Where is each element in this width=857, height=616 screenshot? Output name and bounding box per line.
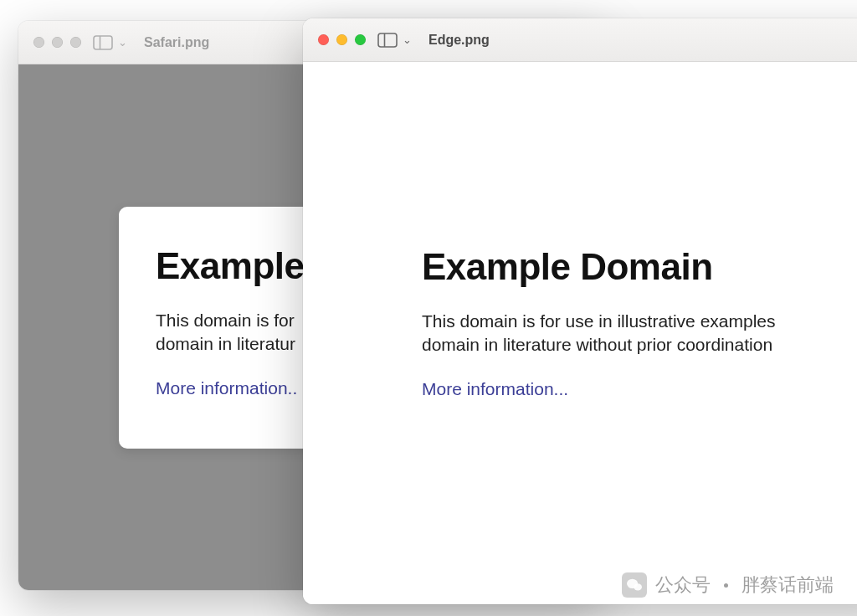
page-heading: Example Domain — [422, 246, 857, 288]
sidebar-icon — [93, 35, 113, 50]
zoom-button[interactable] — [70, 37, 81, 48]
sidebar-toggle[interactable]: ⌄ — [93, 35, 127, 50]
sidebar-icon — [377, 33, 398, 48]
close-button[interactable] — [318, 34, 329, 45]
titlebar[interactable]: ⌄ Edge.png — [303, 18, 857, 62]
traffic-lights — [318, 34, 366, 45]
chevron-down-icon: ⌄ — [118, 36, 127, 49]
minimize-button[interactable] — [336, 34, 347, 45]
window-content: Example Domain This domain is for use in… — [303, 62, 857, 604]
more-information-link[interactable]: More information... — [422, 379, 568, 398]
sidebar-toggle[interactable]: ⌄ — [377, 33, 412, 48]
zoom-button[interactable] — [355, 34, 366, 45]
chevron-down-icon: ⌄ — [403, 33, 412, 46]
svg-rect-0 — [94, 36, 112, 49]
close-button[interactable] — [33, 37, 44, 48]
minimize-button[interactable] — [52, 37, 63, 48]
preview-window-edge: ⌄ Edge.png Example Domain This domain is… — [303, 18, 857, 604]
traffic-lights — [33, 37, 81, 48]
svg-rect-2 — [378, 33, 397, 47]
more-information-link[interactable]: More information.. — [156, 378, 297, 398]
window-title: Safari.png — [144, 35, 209, 50]
page-paragraph: This domain is for use in illustrative e… — [422, 310, 857, 357]
window-title: Edge.png — [428, 33, 490, 48]
